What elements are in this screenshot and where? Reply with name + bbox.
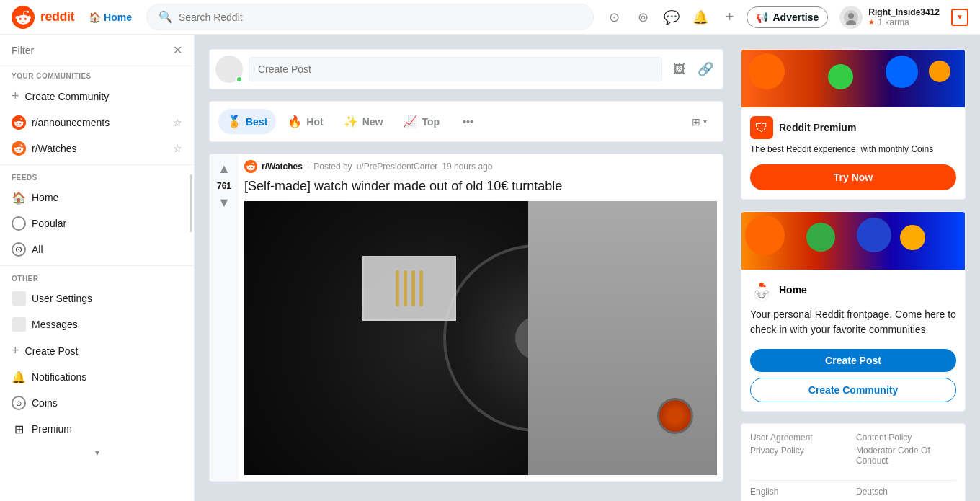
planet-2 [828, 64, 853, 89]
premium-content: 🛡 Reddit Premium The best Reddit experie… [741, 107, 965, 199]
main-content: 🖼 🔗 🏅 Best 🔥 Hot ✨ [195, 35, 980, 501]
sidebar-item-notifications[interactable]: 🔔 Notifications [0, 364, 194, 390]
upvote-button[interactable]: ▲ [216, 160, 232, 178]
vote-count: 761 [217, 181, 231, 191]
search-input[interactable] [179, 12, 582, 23]
create-post-bar: 🖼 🔗 [209, 49, 723, 89]
sidebar-item-all[interactable]: ⊙ All [0, 236, 194, 262]
home-nav-button[interactable]: 🏠 Home [83, 9, 138, 26]
upload-link-button[interactable]: 🔗 [694, 58, 717, 81]
sidebar-item-coins[interactable]: ⊙ Coins [0, 390, 194, 416]
watches-icon [12, 141, 26, 156]
layout-toggle-button[interactable]: ⊞ ▾ [685, 112, 714, 132]
chat-icon-button[interactable]: 💬 [660, 6, 683, 29]
user-dropdown-button[interactable]: ▼ [951, 9, 968, 26]
plus-icon: + [726, 9, 734, 25]
sidebar-item-announcements[interactable]: r/announcements ☆ [0, 110, 194, 136]
chevron-down-icon: ▾ [703, 118, 707, 125]
sort-top-label: Top [422, 116, 440, 128]
sort-new-button[interactable]: ✨ New [335, 109, 392, 134]
header: reddit 🏠 Home 🔍 ⊙ ⊚ 💬 🔔 + 📢 Advertise [0, 0, 980, 35]
home-banner [741, 212, 965, 270]
right-sidebar: 🛡 Reddit Premium The best Reddit experie… [741, 49, 966, 487]
user-agreement-link[interactable]: User Agreement [750, 433, 850, 443]
sidebar-item-messages[interactable]: Messages [0, 311, 194, 337]
sidebar-item-user-settings[interactable]: User Settings [0, 285, 194, 311]
more-icon: ••• [463, 116, 473, 128]
create-community-sidebar-item[interactable]: + Create Community [0, 83, 194, 110]
svg-point-15 [760, 283, 764, 287]
announcements-star-icon[interactable]: ☆ [173, 117, 182, 128]
home-label: Home [104, 12, 132, 23]
sidebar-item-create-post[interactable]: + Create Post [0, 337, 194, 364]
user-section[interactable]: Right_Inside3412 ★ 1 karma [834, 3, 945, 32]
announcements-label: r/announcements [32, 117, 167, 128]
sort-hot-label: Hot [306, 116, 323, 128]
footer-divider [750, 480, 956, 481]
announcements-icon [12, 115, 26, 130]
lang-english[interactable]: English [750, 487, 850, 497]
notifications-icon-button[interactable]: 🔔 [689, 6, 712, 29]
sidebar-item-home[interactable]: 🏠 Home [0, 185, 194, 210]
sidebar-item-watches[interactable]: r/Watches ☆ [0, 136, 194, 161]
premium-description: The best Reddit experience, with monthly… [750, 143, 956, 156]
sort-top-button[interactable]: 📈 Top [394, 109, 448, 134]
sidebar-item-premium[interactable]: ⊞ Premium [0, 416, 194, 442]
notifications-sidebar-icon: 🔔 [12, 370, 26, 384]
karma-star-icon: ★ [868, 18, 875, 26]
add-icon-button[interactable]: + [718, 6, 741, 29]
search-bar[interactable]: 🔍 [146, 4, 594, 30]
advertise-button[interactable]: 📢 Advertise [747, 6, 828, 28]
new-icon: ✨ [344, 115, 358, 128]
create-post-sidebar-label: Create Post [25, 345, 182, 357]
home-logo-area: Home [750, 278, 956, 301]
premium-banner [741, 50, 965, 107]
post-meta: r/Watches · Posted by u/PrePresidentCart… [244, 160, 717, 173]
header-icons: ⊙ ⊚ 💬 🔔 + 📢 Advertise [602, 3, 968, 32]
karma-value: 1 karma [878, 17, 909, 27]
sidebar-item-popular[interactable]: Popular [0, 210, 194, 236]
home-widget-title: Home [779, 284, 807, 296]
post-image[interactable] [244, 201, 717, 475]
moderator-code-link[interactable]: Moderator Code Of Conduct [856, 445, 956, 466]
post-author[interactable]: u/PrePresidentCarter [357, 161, 438, 172]
footer-languages: English Deutsch Français Español Italian… [741, 487, 965, 501]
chevron-down-icon: ▾ [95, 448, 99, 458]
hot-icon: 🔥 [288, 115, 302, 128]
privacy-policy-link[interactable]: Privacy Policy [750, 445, 850, 466]
vote-column: ▲ 761 ▼ [210, 154, 239, 481]
home-create-community-button[interactable]: Create Community [750, 378, 956, 402]
post-subreddit[interactable]: r/Watches [262, 161, 303, 172]
watches-star-icon[interactable]: ☆ [173, 143, 182, 154]
try-now-button[interactable]: Try Now [750, 164, 956, 190]
all-icon: ⊙ [12, 242, 26, 257]
layout-icon: ⊞ [692, 116, 700, 128]
coins-icon-button[interactable]: ⊚ [631, 6, 654, 29]
sort-bar: 🏅 Best 🔥 Hot ✨ New 📈 Top ••• [209, 101, 723, 142]
post-title[interactable]: [Self-made] watch winder made out of old… [244, 177, 717, 195]
sort-best-button[interactable]: 🏅 Best [218, 109, 276, 134]
sort-more-button[interactable]: ••• [454, 110, 482, 133]
wall-background [528, 201, 717, 475]
popular-icon-button[interactable]: ⊙ [602, 6, 625, 29]
sort-hot-button[interactable]: 🔥 Hot [279, 109, 331, 134]
avatar [839, 6, 863, 29]
create-post-input[interactable] [249, 57, 662, 81]
close-sidebar-button[interactable]: ✕ [173, 43, 182, 57]
content-policy-link[interactable]: Content Policy [856, 433, 956, 443]
lang-deutsch[interactable]: Deutsch [856, 487, 956, 497]
reddit-logo[interactable]: reddit [12, 6, 74, 29]
home-planet-4 [900, 225, 925, 250]
compass-icon: ⊙ [609, 9, 620, 25]
post-body: r/Watches · Posted by u/PrePresidentCart… [239, 154, 723, 481]
svg-point-2 [848, 13, 854, 19]
home-create-post-button[interactable]: Create Post [750, 349, 956, 372]
home-planet-1 [745, 216, 785, 255]
sidebar-scrollbar [190, 174, 192, 232]
filter-input[interactable] [12, 45, 173, 56]
home-icon: 🏠 [89, 12, 101, 23]
downvote-button[interactable]: ▼ [216, 194, 232, 212]
upload-image-button[interactable]: 🖼 [668, 58, 691, 81]
scroll-down-arrow[interactable]: ▾ [0, 442, 194, 464]
snoo-icon [750, 278, 773, 301]
